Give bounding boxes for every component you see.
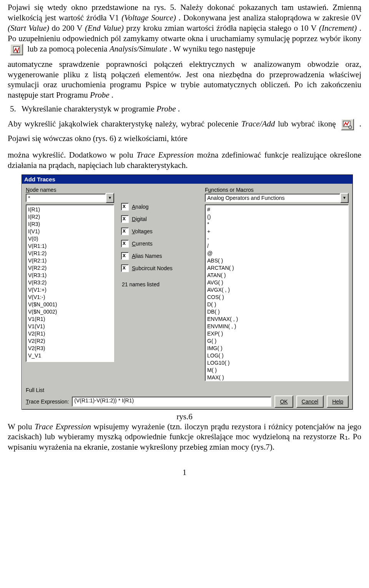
node-names-combo[interactable]: * ▼ — [26, 193, 114, 203]
list-item[interactable]: - — [207, 235, 346, 243]
text: W polu — [8, 422, 35, 431]
list-item[interactable]: ATAN( ) — [207, 272, 346, 279]
list-item[interactable]: AVG( ) — [207, 279, 346, 286]
ok-button[interactable]: OK — [274, 395, 293, 408]
checkbox-icon[interactable] — [121, 264, 129, 272]
text: lub wybrać ikonę — [278, 119, 339, 128]
help-button[interactable]: Help — [327, 395, 349, 408]
filter-label: Digital — [132, 216, 147, 222]
text: można wykreślić. Dodatkowo w polu — [8, 150, 136, 159]
text: Trace Expression — [35, 422, 91, 431]
add-traces-dialog: Add Traces NNode namesode names * ▼ I(R1… — [22, 174, 353, 410]
filter-option[interactable]: Alias Names — [121, 252, 198, 260]
list-item[interactable]: V(R1:2) — [28, 250, 112, 257]
list-item[interactable]: ABS( ) — [207, 257, 346, 264]
text: (Voltage Source) — [121, 13, 176, 22]
checkbox-icon[interactable] — [121, 228, 129, 235]
filter-option[interactable]: Analog — [121, 203, 198, 211]
checkbox-icon[interactable] — [121, 240, 129, 247]
functions-label: Functions or Macros — [205, 187, 349, 193]
list-number: 5. — [8, 104, 22, 114]
list-item[interactable]: V(V1:+) — [28, 286, 112, 294]
ordered-item-5: 5. Wykreślanie charakterystyk w programi… — [8, 104, 361, 114]
simulate-icon — [10, 44, 23, 55]
list-item[interactable]: MAX( ) — [207, 374, 346, 381]
filter-option[interactable]: Subcircuit Nodes — [121, 264, 198, 272]
text: Aby wykreślić jakąkolwiek charakterystyk… — [8, 119, 241, 128]
list-item[interactable]: V1(R1) — [28, 316, 112, 323]
text: Probe — [156, 104, 176, 113]
list-item[interactable]: COS( ) — [207, 294, 346, 301]
list-item[interactable]: DB( ) — [207, 308, 346, 316]
list-item[interactable]: V(R1:1) — [28, 243, 112, 250]
chevron-down-icon[interactable]: ▼ — [106, 193, 114, 203]
list-item[interactable]: ENVMIN( , ) — [207, 323, 346, 330]
list-item[interactable]: V(R3:1) — [28, 272, 112, 279]
list-item[interactable]: I(V1) — [28, 228, 112, 235]
page-number: 1 — [8, 468, 361, 477]
list-item[interactable]: I(R1) — [28, 206, 112, 213]
list-item[interactable]: V(R3:2) — [28, 279, 112, 286]
list-item[interactable]: ARCTAN( ) — [207, 264, 346, 272]
list-item[interactable]: G( ) — [207, 337, 346, 345]
list-item[interactable]: V2(R2) — [28, 337, 112, 345]
filter-option[interactable]: Digital — [121, 215, 198, 223]
list-item[interactable]: EXP( ) — [207, 330, 346, 337]
list-item[interactable]: + — [207, 228, 346, 235]
trace-expression-label: Trace Expression: — [26, 399, 69, 405]
paragraph-2: automatyczne sprawdzenie poprawności poł… — [8, 59, 361, 101]
trace-add-icon — [341, 119, 354, 130]
list-item[interactable]: V(0) — [28, 235, 112, 243]
text: Trace/Add — [241, 119, 275, 128]
filter-label: Alias Names — [132, 253, 162, 259]
list-item[interactable]: LOG10( ) — [207, 359, 346, 367]
filter-option[interactable]: Voltages — [121, 228, 198, 235]
combo-text[interactable]: Analog Operators and Functions — [205, 194, 340, 202]
functions-combo[interactable]: Analog Operators and Functions ▼ — [205, 193, 349, 203]
text: . — [111, 90, 113, 100]
list-item[interactable]: V(R2:1) — [28, 257, 112, 264]
checkbox-icon[interactable] — [121, 252, 129, 260]
filter-option[interactable]: Currents — [121, 240, 198, 247]
list-item[interactable]: IMG( ) — [207, 345, 346, 352]
text: lub za pomocą polecenia — [27, 44, 109, 53]
text: . W wyniku tego następuje — [169, 44, 255, 53]
list-item[interactable]: AVGX( , ) — [207, 286, 346, 294]
list-item[interactable]: / — [207, 243, 346, 250]
text: . Dokonywana jest analiza stałoprądowa w… — [179, 13, 361, 22]
cancel-button[interactable]: Cancel — [296, 395, 324, 408]
list-item[interactable]: ENVMAX( , ) — [207, 316, 346, 323]
filter-label: Analog — [132, 204, 149, 210]
paragraph-5: W polu Trace Expression wpisujemy wyraże… — [8, 422, 361, 453]
list-item[interactable]: D( ) — [207, 301, 346, 308]
list-item[interactable]: M( ) — [207, 367, 346, 374]
text: (End Value) — [85, 23, 124, 33]
node-names-list[interactable]: I(R1)I(R2)I(R3)I(V1)V(0)V(R1:1)V(R1:2)V(… — [26, 204, 114, 362]
full-list-label: Full List — [26, 386, 349, 395]
list-item[interactable]: V2(R3) — [28, 345, 112, 352]
chevron-down-icon[interactable]: ▼ — [340, 193, 349, 203]
text: do 200 V — [52, 23, 85, 33]
checkbox-icon[interactable] — [121, 215, 129, 223]
list-item[interactable]: () — [207, 213, 346, 221]
list-item[interactable]: V_V1 — [28, 352, 112, 359]
list-item[interactable]: # — [207, 206, 346, 213]
combo-text[interactable]: * — [26, 194, 106, 202]
list-item[interactable]: I(R2) — [28, 213, 112, 221]
names-listed-text: 21 names listed — [121, 281, 198, 287]
list-item[interactable]: V($N_0002) — [28, 308, 112, 316]
list-item[interactable]: V2(R1) — [28, 330, 112, 337]
trace-expression-input[interactable]: (V(R1:1)-V(R1:2)) * I(R1) — [72, 397, 271, 407]
list-item[interactable]: * — [207, 221, 346, 228]
list-item[interactable]: LOG( ) — [207, 352, 346, 359]
list-item[interactable]: V($N_0001) — [28, 301, 112, 308]
list-item[interactable]: @ — [207, 250, 346, 257]
list-item[interactable]: V1(V1) — [28, 323, 112, 330]
list-item[interactable]: V(R2:2) — [28, 264, 112, 272]
text: . — [178, 104, 180, 113]
list-item[interactable]: V(V1:-) — [28, 294, 112, 301]
list-item[interactable]: I(R3) — [28, 221, 112, 228]
functions-list[interactable]: #()*+-/@ABS( )ARCTAN( )ATAN( )AVG( )AVGX… — [205, 204, 349, 381]
figure-caption: rys.6 — [8, 412, 361, 422]
checkbox-icon[interactable] — [121, 203, 129, 211]
